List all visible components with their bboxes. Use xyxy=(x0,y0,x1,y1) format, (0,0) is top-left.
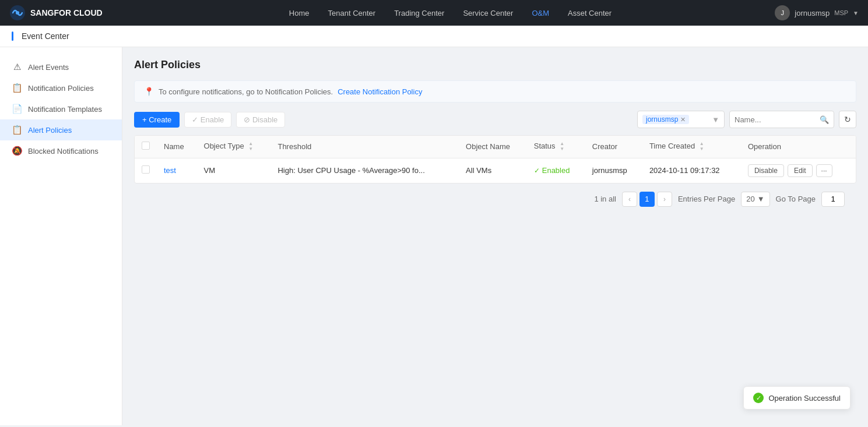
top-navigation: SANGFOR CLOUD Home Tenant Center Trading… xyxy=(0,0,868,26)
entries-per-page-label: Entries Per Page xyxy=(678,195,735,203)
sidebar-item-alert-events[interactable]: ⚠ Alert Events xyxy=(0,57,122,77)
sidebar-item-label: Alert Policies xyxy=(28,126,72,135)
row-name: test xyxy=(157,158,197,183)
alert-policies-table: Name Object Type ▲▼ Threshold Object Nam… xyxy=(135,136,856,183)
nav-asset-center[interactable]: Asset Center xyxy=(568,9,612,17)
status-badge: ✓ Enabled xyxy=(534,166,578,175)
filter-value: jornusmsp xyxy=(646,115,678,123)
chevron-down-icon: ▼ xyxy=(757,195,765,203)
select-all-checkbox[interactable] xyxy=(142,142,150,150)
toast-success-icon: ✓ xyxy=(753,393,764,403)
table-wrap: Name Object Type ▲▼ Threshold Object Nam… xyxy=(134,135,856,183)
refresh-button[interactable]: ↻ xyxy=(839,111,856,128)
breadcrumb: Event Center xyxy=(0,26,868,47)
row-name-link[interactable]: test xyxy=(164,166,176,175)
col-name: Name xyxy=(157,136,197,158)
main-content: Alert Policies 📍 To configure notificati… xyxy=(122,47,868,425)
sidebar: ⚠ Alert Events 📋 Notification Policies 📄… xyxy=(0,47,122,425)
nav-om[interactable]: O&M xyxy=(532,9,549,17)
filter-tag: jornusmsp ✕ xyxy=(642,115,689,124)
avatar: J xyxy=(775,5,790,20)
toast-notification: ✓ Operation Successful xyxy=(743,386,851,410)
enable-button[interactable]: ✓ Enable xyxy=(184,112,231,128)
edit-row-button[interactable]: Edit xyxy=(788,164,813,177)
current-page[interactable]: 1 xyxy=(639,192,655,207)
col-threshold: Threshold xyxy=(270,136,459,158)
row-operation: Disable Edit ··· xyxy=(741,158,856,183)
prev-page-button[interactable]: ‹ xyxy=(622,192,637,207)
col-operation: Operation xyxy=(741,136,856,158)
info-bar: 📍 To configure notifications, go to Noti… xyxy=(134,80,856,103)
sidebar-item-blocked-notifications[interactable]: 🔕 Blocked Notifications xyxy=(0,140,122,161)
nav-links: Home Tenant Center Trading Center Servic… xyxy=(126,9,775,17)
svg-point-1 xyxy=(16,11,19,15)
page-nav: ‹ 1 › xyxy=(622,192,672,207)
notification-templates-icon: 📄 xyxy=(12,104,22,114)
sort-icon[interactable]: ▲▼ xyxy=(700,142,704,152)
filter-select[interactable]: jornusmsp ✕ ▼ xyxy=(637,111,725,128)
sidebar-item-notification-templates[interactable]: 📄 Notification Templates xyxy=(0,98,122,119)
more-options-button[interactable]: ··· xyxy=(816,164,832,177)
nav-tenant-center[interactable]: Tenant Center xyxy=(328,9,375,17)
username: jornusmsp xyxy=(795,9,830,17)
goto-page-input[interactable] xyxy=(821,192,845,207)
info-icon: 📍 xyxy=(144,87,154,96)
toolbar: + Create ✓ Enable ⊘ Disable jornusmsp ✕ … xyxy=(134,111,856,128)
breadcrumb-accent xyxy=(12,31,13,41)
sort-icon[interactable]: ▲▼ xyxy=(560,142,564,152)
search-box: 🔍 xyxy=(729,111,834,128)
row-threshold: High: User CPU Usage - %Average>90 fo... xyxy=(270,158,459,183)
sidebar-item-notification-policies[interactable]: 📋 Notification Policies xyxy=(0,77,122,98)
brand-name: SANGFOR CLOUD xyxy=(30,8,103,17)
chevron-down-icon: ▼ xyxy=(712,115,719,124)
user-menu[interactable]: J jornusmsp MSP ▼ xyxy=(775,5,859,20)
disable-row-button[interactable]: Disable xyxy=(748,164,784,177)
col-time-created: Time Created ▲▼ xyxy=(642,136,741,158)
row-checkbox-cell xyxy=(135,158,157,183)
table-row: test VM High: User CPU Usage - %Average>… xyxy=(135,158,856,183)
row-object-type: VM xyxy=(197,158,271,183)
create-notification-policy-link[interactable]: Create Notification Policy xyxy=(338,87,422,96)
row-object-name: All VMs xyxy=(459,158,527,183)
create-button[interactable]: + Create xyxy=(134,112,180,128)
col-creator: Creator xyxy=(585,136,642,158)
status-check-icon: ✓ xyxy=(534,167,540,175)
sidebar-item-alert-policies[interactable]: 📋 Alert Policies xyxy=(0,119,122,140)
search-icon: 🔍 xyxy=(820,115,829,124)
col-object-type: Object Type ▲▼ xyxy=(197,136,271,158)
sidebar-item-label: Notification Templates xyxy=(28,105,102,114)
next-page-button[interactable]: › xyxy=(657,192,672,207)
filter-tag-close[interactable]: ✕ xyxy=(680,116,686,123)
nav-service-center[interactable]: Service Center xyxy=(463,9,513,17)
row-time-created: 2024-10-11 09:17:32 xyxy=(642,158,741,183)
col-status: Status ▲▼ xyxy=(527,136,585,158)
nav-home[interactable]: Home xyxy=(289,9,310,17)
breadcrumb-text: Event Center xyxy=(22,31,69,41)
alert-policies-icon: 📋 xyxy=(12,125,22,135)
op-cell: Disable Edit ··· xyxy=(748,164,849,177)
alert-events-icon: ⚠ xyxy=(12,62,22,72)
nav-trading-center[interactable]: Trading Center xyxy=(394,9,444,17)
col-object-name: Object Name xyxy=(459,136,527,158)
disable-button[interactable]: ⊘ Disable xyxy=(236,112,285,128)
select-all-header xyxy=(135,136,157,158)
sort-icon[interactable]: ▲▼ xyxy=(248,142,253,152)
page-title: Alert Policies xyxy=(134,59,856,71)
user-role: MSP xyxy=(834,9,848,16)
row-creator: jornusmsp xyxy=(585,158,642,183)
brand-logo[interactable]: SANGFOR CLOUD xyxy=(9,5,103,21)
blocked-notifications-icon: 🔕 xyxy=(12,146,22,156)
per-page-value: 20 xyxy=(746,195,754,203)
sidebar-item-label: Blocked Notifications xyxy=(28,147,99,156)
page-wrapper: Event Center ⚠ Alert Events 📋 Notificati… xyxy=(0,26,868,425)
per-page-select[interactable]: 20 ▼ xyxy=(741,192,769,207)
page-total: 1 in all xyxy=(594,195,616,203)
row-checkbox[interactable] xyxy=(142,165,150,174)
row-status: ✓ Enabled xyxy=(527,158,585,183)
pagination-bar: 1 in all ‹ 1 › Entries Per Page 20 ▼ Go … xyxy=(134,183,856,215)
notification-policies-icon: 📋 xyxy=(12,83,22,93)
search-input[interactable] xyxy=(735,115,816,124)
sidebar-item-label: Alert Events xyxy=(28,63,69,72)
goto-label: Go To Page xyxy=(776,195,816,203)
info-text: To configure notifications, go to Notifi… xyxy=(159,87,333,96)
